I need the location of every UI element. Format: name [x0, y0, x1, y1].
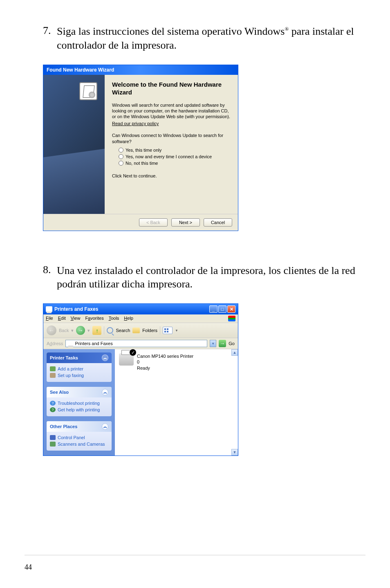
maximize-button[interactable]: □ [218, 305, 226, 313]
up-nav-button[interactable]: ↑ [92, 326, 101, 335]
explorer-body: Printer Tasks ︽ Add a printer Set up fax… [43, 349, 238, 456]
search-label[interactable]: Search [116, 328, 130, 333]
radio-group: Yes, this time only Yes, now and every t… [119, 148, 231, 166]
search-icon[interactable] [107, 327, 113, 334]
collapse-icon[interactable]: ︽ [102, 389, 108, 395]
help-icon: ? [50, 407, 56, 412]
help-icon: ? [50, 401, 56, 406]
go-label[interactable]: Go [229, 341, 235, 346]
scanners-cameras-link[interactable]: Scanners and Cameras [50, 441, 108, 447]
found-new-hardware-wizard-dialog: Found New Hardware Wizard Welcome to the… [43, 65, 238, 231]
separator: ▾ [71, 328, 74, 333]
default-check-icon: ✓ [130, 349, 136, 356]
wizard-heading: Welcome to the Found New Hardware Wizard [112, 81, 231, 97]
printer-item[interactable]: ✓ Canon MP140 series Printer 0 Ready [115, 349, 238, 375]
cancel-button[interactable]: Cancel [204, 218, 232, 227]
other-places-group: Other Places ︽ Control Panel Scanners an… [47, 421, 112, 451]
control-panel-icon [50, 435, 56, 440]
control-panel-link[interactable]: Control Panel [50, 434, 108, 441]
printer-icon [46, 306, 52, 312]
step-8-text: Una vez instalado el controlador de la i… [57, 264, 363, 292]
next-button[interactable]: Next > [171, 218, 200, 227]
collapse-icon[interactable]: ︽ [102, 423, 108, 430]
close-button[interactable]: ✕ [227, 305, 235, 313]
menu-view[interactable]: View [71, 316, 81, 321]
see-also-group: See Also ︽ ? Troubleshoot printing ? Get… [47, 387, 112, 416]
wizard-sidebar-image [43, 75, 105, 214]
installer-icon [79, 82, 97, 100]
printers-and-faxes-window: Printers and Faxes _ □ ✕ File Edit View … [43, 303, 238, 456]
window-titlebar[interactable]: Printers and Faxes _ □ ✕ [43, 304, 238, 314]
window-controls: _ □ ✕ [209, 305, 235, 313]
footer-divider [25, 555, 365, 555]
radio-icon [119, 154, 123, 159]
folders-label[interactable]: Folders [142, 328, 157, 333]
printer-name: Canon MP140 series Printer [137, 353, 193, 359]
privacy-policy-link[interactable]: Read our privacy policy [112, 121, 231, 126]
decorative-shape [43, 146, 105, 213]
menu-favorites[interactable]: Favorites [85, 316, 103, 321]
step-7: 7. Siga las instrucciones del sistema op… [25, 25, 365, 52]
printer-tasks-group: Printer Tasks ︽ Add a printer Set up fax… [47, 352, 112, 382]
radio-icon [119, 161, 123, 166]
step-7-text: Siga las instrucciones del sistema opera… [57, 25, 363, 52]
get-help-link[interactable]: ? Get help with printing [50, 406, 108, 413]
wizard-continue-text: Click Next to continue. [112, 173, 231, 179]
minimize-button[interactable]: _ [209, 305, 217, 313]
troubleshoot-link[interactable]: ? Troubleshoot printing [50, 400, 108, 406]
radio-yes-once[interactable]: Yes, this time only [119, 148, 231, 153]
toolbar: ← Back ▾ → ▾ ↑ Search Folders ▼ [43, 323, 238, 338]
step-7-number: 7. [43, 25, 55, 37]
scroll-up-button[interactable]: ▲ [231, 349, 238, 356]
printer-tasks-header[interactable]: Printer Tasks ︽ [47, 352, 112, 363]
step-8-number: 8. [43, 264, 55, 276]
dialog-button-row: < Back Next > Cancel [43, 214, 238, 231]
other-places-header[interactable]: Other Places ︽ [47, 421, 112, 432]
dialog-body: Welcome to the Found New Hardware Wizard… [43, 75, 238, 214]
wizard-content: Welcome to the Found New Hardware Wizard… [105, 75, 238, 214]
dialog-titlebar[interactable]: Found New Hardware Wizard [43, 65, 238, 75]
printer-status: Ready [137, 365, 193, 371]
view-dropdown-arrow[interactable]: ▼ [175, 329, 178, 332]
step-8: 8. Una vez instalado el controlador de l… [25, 264, 365, 292]
collapse-icon[interactable]: ︽ [102, 355, 108, 361]
add-printer-icon [50, 366, 56, 371]
menu-help[interactable]: Help [124, 316, 133, 321]
page-number: 44 [25, 563, 32, 572]
setup-faxing-link[interactable]: Set up faxing [50, 372, 108, 379]
address-dropdown[interactable]: ▼ [210, 340, 216, 347]
scroll-down-button[interactable]: ▼ [231, 449, 238, 456]
scanner-icon [50, 442, 56, 447]
add-printer-link[interactable]: Add a printer [50, 366, 108, 372]
back-nav-button: ← [47, 325, 56, 335]
fax-icon [50, 373, 56, 378]
menu-tools[interactable]: Tools [109, 316, 119, 321]
folders-icon[interactable] [132, 328, 140, 333]
address-bar: Address Printers and Faxes ▼ → Go [43, 338, 238, 349]
back-label: Back [59, 328, 69, 333]
address-label: Address [47, 341, 63, 346]
separator: ▾ [87, 328, 90, 333]
menu-file[interactable]: File [46, 316, 53, 321]
printer-doc-count: 0 [137, 359, 193, 365]
tasks-pane: Printer Tasks ︽ Add a printer Set up fax… [43, 349, 115, 456]
wizard-question: Can Windows connect to Windows Update to… [112, 132, 231, 144]
back-button: < Back [139, 218, 168, 227]
separator [104, 326, 104, 334]
menu-edit[interactable]: Edit [58, 316, 66, 321]
go-button[interactable]: → [219, 340, 226, 347]
wizard-paragraph: Windows will search for current and upda… [112, 102, 231, 120]
radio-no[interactable]: No, not this time [119, 161, 231, 166]
radio-yes-always[interactable]: Yes, now and every time I connect a devi… [119, 154, 231, 159]
window-title: Printers and Faxes [54, 306, 98, 312]
see-also-header[interactable]: See Also ︽ [47, 387, 112, 397]
view-mode-button[interactable] [163, 327, 173, 334]
address-value: Printers and Faxes [75, 341, 112, 346]
windows-flag-icon [228, 316, 235, 321]
separator [160, 326, 160, 334]
menubar: File Edit View Favorites Tools Help [43, 314, 238, 323]
printer-large-icon: ✓ [119, 353, 134, 366]
address-field[interactable]: Printers and Faxes [65, 340, 207, 347]
content-area: ▲ ✓ Canon MP140 series Printer 0 Ready ▼ [115, 349, 238, 456]
forward-nav-button[interactable]: → [76, 326, 85, 335]
